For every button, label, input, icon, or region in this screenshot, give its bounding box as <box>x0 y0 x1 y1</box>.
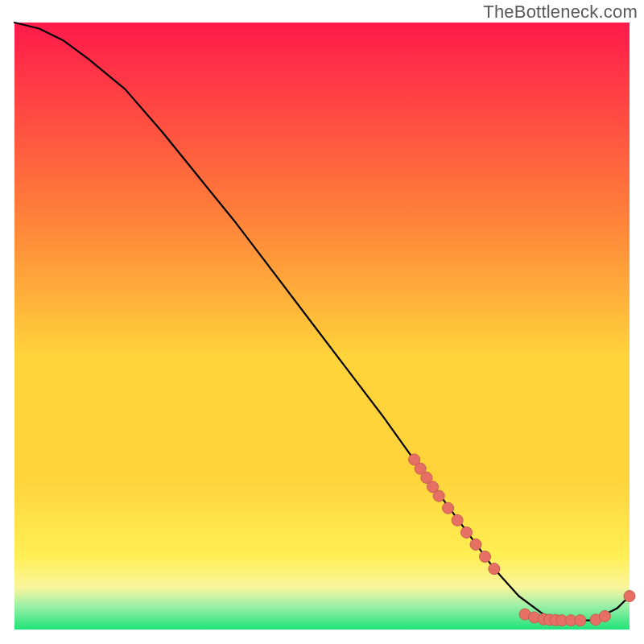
chart-container: TheBottleneck.com <box>0 0 644 644</box>
marker-cluster-a <box>470 539 481 550</box>
marker-cluster-b <box>599 610 610 621</box>
marker-cluster-a <box>489 564 500 575</box>
bottleneck-chart <box>0 0 644 644</box>
marker-cluster-b <box>575 615 586 626</box>
marker-cluster-a <box>461 526 473 538</box>
marker-cluster-a <box>480 551 491 563</box>
plot-background <box>14 23 630 630</box>
watermark-text: TheBottleneck.com <box>483 2 638 23</box>
marker-cluster-a <box>452 514 463 526</box>
marker-cluster-a <box>443 502 454 514</box>
marker-cluster-a <box>433 490 444 502</box>
marker-cluster-c <box>624 591 635 602</box>
